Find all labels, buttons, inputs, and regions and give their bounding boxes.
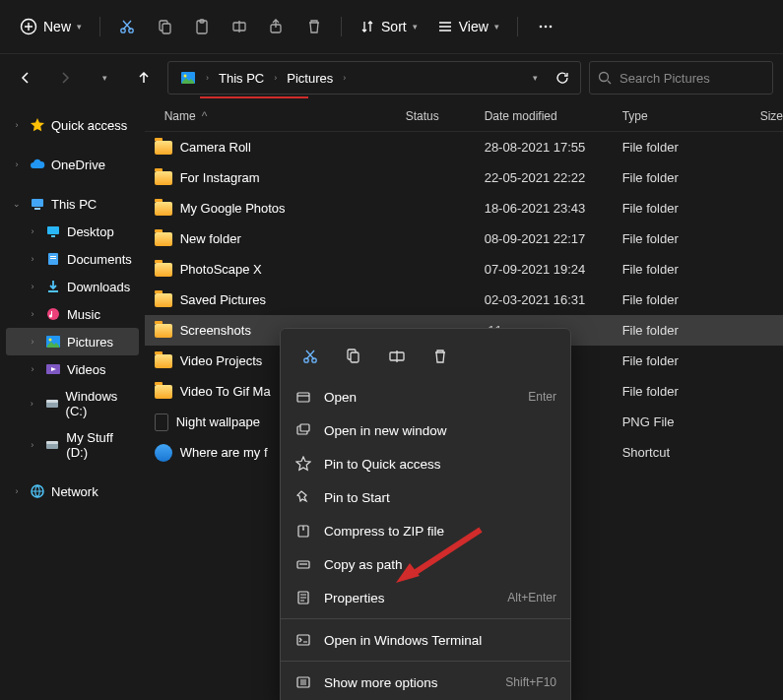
sidebar-item-label: My Stuff (D:) (66, 430, 134, 460)
column-size[interactable]: Size (760, 109, 783, 123)
ctx-copy-as-path[interactable]: Copy as path (281, 547, 570, 581)
sidebar-item-network[interactable]: ›Network (6, 477, 139, 505)
recent-button[interactable]: ▾ (89, 62, 120, 94)
sidebar-item-documents[interactable]: ›Documents (6, 245, 139, 273)
svg-rect-29 (46, 441, 58, 444)
sidebar-item-windows-c-[interactable]: ›Windows (C:) (6, 383, 139, 424)
ctx-show-more-options[interactable]: Show more optionsShift+F10 (281, 666, 570, 699)
expand-icon[interactable]: › (26, 254, 39, 264)
expand-icon[interactable]: › (26, 337, 39, 347)
sidebar-item-downloads[interactable]: ›Downloads (6, 273, 139, 300)
ctx-open-in-new-window[interactable]: Open in new window (281, 414, 570, 447)
desktop-icon (45, 223, 61, 239)
file-name: My Google Photos (180, 201, 286, 216)
ctx-compress-to-zip-file[interactable]: Compress to ZIP file (281, 514, 570, 547)
svg-point-24 (49, 339, 52, 342)
separator (99, 17, 100, 36)
file-row[interactable]: PhotoScape X07-09-2021 19:24File folder (145, 254, 783, 285)
address-root-icon[interactable] (174, 67, 202, 89)
ctx-copy-button[interactable] (338, 343, 369, 370)
back-button[interactable] (10, 62, 41, 94)
star-icon (30, 117, 45, 133)
paste-button[interactable] (185, 12, 219, 41)
sidebar-item-this-pc[interactable]: ⌄This PC (6, 190, 139, 218)
ctx-item-label: Properties (324, 591, 495, 605)
cut-button[interactable] (110, 12, 144, 41)
file-row[interactable]: Saved Pictures02-03-2021 16:31File folde… (145, 285, 783, 315)
column-date[interactable]: Date modified (485, 109, 622, 123)
folder-icon (155, 232, 172, 246)
ctx-item-label: Pin to Quick access (324, 457, 556, 472)
file-type: File folder (622, 170, 760, 185)
ctx-properties[interactable]: PropertiesAlt+Enter (281, 581, 570, 614)
sidebar-item-my-stuff-d-[interactable]: ›My Stuff (D:) (6, 424, 139, 466)
file-row[interactable]: Camera Roll28-08-2021 17:55File folder (145, 132, 783, 162)
pc-icon (30, 196, 45, 212)
file-type: File folder (622, 201, 760, 216)
ctx-open-in-windows-terminal[interactable]: Open in Windows Terminal (281, 623, 570, 657)
new-button[interactable]: New ▾ (12, 12, 90, 41)
ctx-pin-to-start[interactable]: Pin to Start (281, 480, 570, 514)
expand-icon[interactable]: › (26, 399, 38, 409)
sidebar-item-desktop[interactable]: ›Desktop (6, 218, 139, 245)
expand-icon[interactable]: › (10, 159, 24, 169)
file-type: File folder (622, 292, 760, 307)
address-dropdown[interactable]: ▾ (523, 66, 547, 90)
svg-rect-21 (50, 258, 56, 259)
expand-icon[interactable]: › (10, 486, 24, 496)
sidebar-item-videos[interactable]: ›Videos (6, 355, 139, 383)
context-separator (281, 661, 570, 662)
sidebar-item-pictures[interactable]: ›Pictures (6, 328, 139, 355)
file-row[interactable]: New folder08-09-2021 22:17File folder (145, 223, 783, 254)
cloud-icon (30, 157, 45, 172)
copy-button[interactable] (148, 12, 181, 41)
file-name: Screenshots (180, 323, 251, 338)
more-button[interactable] (528, 13, 563, 40)
sidebar-item-onedrive[interactable]: ›OneDrive (6, 151, 139, 178)
search-input[interactable]: Search Pictures (589, 61, 773, 95)
chevron-right-icon[interactable]: › (272, 73, 279, 83)
column-type[interactable]: Type (622, 109, 760, 123)
file-icon (155, 414, 168, 431)
ctx-open[interactable]: OpenEnter (281, 380, 570, 414)
address-bar[interactable]: › This PC › Pictures › ▾ (167, 61, 581, 95)
ctx-item-label: Open in new window (324, 423, 556, 438)
column-status[interactable]: Status (406, 109, 485, 123)
chevron-right-icon[interactable]: › (341, 73, 348, 83)
expand-icon[interactable]: › (26, 226, 39, 236)
address-seg-thispc[interactable]: This PC (213, 68, 270, 89)
rename-button[interactable] (223, 12, 256, 41)
up-button[interactable] (128, 62, 160, 94)
file-row[interactable]: For Instagram22-05-2021 22:22File folder (145, 162, 783, 193)
file-row[interactable]: My Google Photos18-06-2021 23:43File fol… (145, 193, 783, 223)
vid-icon (45, 361, 61, 377)
expand-icon[interactable]: ⌄ (10, 199, 24, 209)
file-name: Video Projects (180, 353, 263, 368)
sidebar-item-music[interactable]: ›Music (6, 300, 139, 328)
ctx-rename-button[interactable] (381, 343, 413, 370)
expand-icon[interactable]: › (26, 440, 38, 450)
delete-button[interactable] (297, 12, 331, 41)
sidebar-item-quick-access[interactable]: ›Quick access (6, 111, 139, 139)
expand-icon[interactable]: › (26, 309, 39, 319)
file-type: File folder (622, 353, 760, 368)
svg-rect-16 (34, 208, 40, 210)
expand-icon[interactable]: › (26, 282, 39, 291)
sort-button[interactable]: Sort ▾ (352, 13, 425, 40)
sidebar-item-label: Network (51, 484, 98, 499)
expand-icon[interactable]: › (10, 120, 24, 130)
expand-icon[interactable]: › (26, 364, 39, 374)
ctx-pin-to-quick-access[interactable]: Pin to Quick access (281, 447, 570, 480)
refresh-button[interactable] (551, 66, 574, 90)
copypath-icon (294, 555, 312, 573)
svg-point-10 (544, 26, 547, 29)
forward-button[interactable] (49, 62, 81, 94)
column-name[interactable]: Name^ (164, 109, 406, 123)
drive-icon (44, 437, 60, 453)
view-button[interactable]: View ▾ (429, 13, 507, 40)
ctx-cut-button[interactable] (294, 343, 326, 370)
ctx-delete-button[interactable] (424, 343, 456, 370)
chevron-right-icon[interactable]: › (204, 73, 211, 83)
share-button[interactable] (260, 12, 294, 41)
address-seg-pictures[interactable]: Pictures (281, 68, 339, 89)
